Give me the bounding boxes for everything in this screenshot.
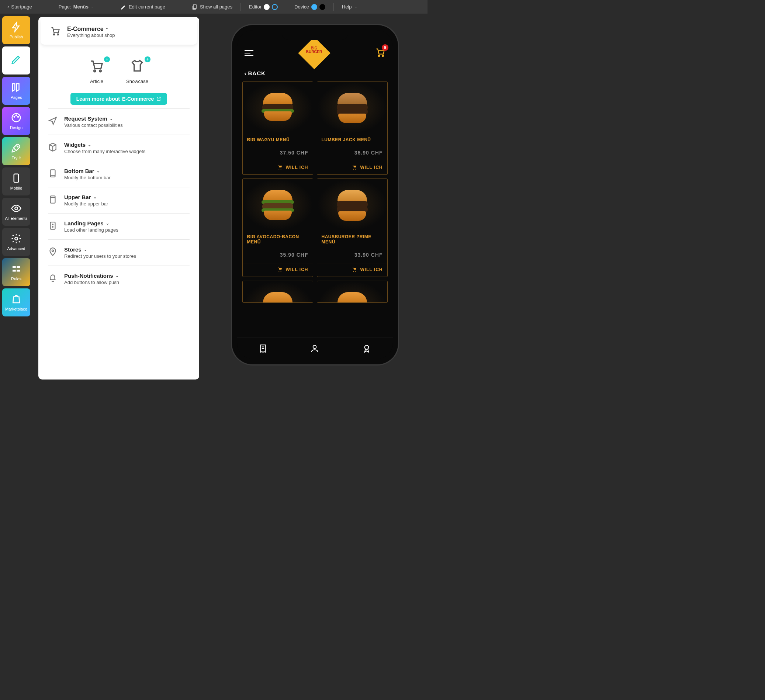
- section-upper-bar[interactable]: Upper Bar ⌄Modify the upper bar: [48, 187, 190, 213]
- rail-pages-label: Pages: [10, 95, 22, 99]
- help-dropdown[interactable]: Help ⌄: [339, 3, 360, 11]
- section-sub: Redirect your users to your stores: [64, 253, 136, 259]
- startpage-link[interactable]: ‹ Startpage: [5, 3, 35, 11]
- rail-publish[interactable]: Publish: [2, 16, 30, 44]
- menu-card[interactable]: [317, 281, 388, 303]
- user-icon[interactable]: [310, 344, 320, 353]
- section-title: Push-Notifications: [64, 272, 113, 279]
- show-all-pages-button[interactable]: Show all pages: [189, 3, 235, 11]
- section-landing-pages[interactable]: Landing Pages ⌄Load other landing pages: [48, 213, 190, 239]
- menu-price: 35.90 CHF: [243, 246, 313, 261]
- chevron-left-icon: ‹: [7, 4, 9, 9]
- add-to-cart-button[interactable]: WILL ICH: [243, 263, 313, 272]
- siderail: Publish Pages Design Try It Mobile All E…: [0, 14, 33, 382]
- rail-tryit-label: Try It: [12, 156, 21, 160]
- editor-mode-light-icon: [264, 4, 270, 10]
- menu-card[interactable]: HAUSBURGER PRIME MENÜ 33.90 CHF WILL ICH: [317, 178, 388, 277]
- page-dropdown[interactable]: Page: Menüs ⌄: [56, 3, 97, 11]
- svg-rect-12: [17, 270, 20, 272]
- help-label: Help: [342, 4, 352, 9]
- rail-marketplace[interactable]: Marketplace: [2, 288, 30, 316]
- pencil-icon: [121, 4, 126, 10]
- add-to-cart-button[interactable]: WILL ICH: [317, 161, 387, 170]
- section-title: Request System: [64, 115, 107, 122]
- plus-icon: +: [104, 57, 110, 62]
- hamburger-icon[interactable]: [244, 50, 253, 56]
- section-sub: Choose from many interactive widgets: [64, 149, 145, 154]
- chevron-left-icon: ‹: [244, 70, 247, 76]
- rail-advanced-label: Advanced: [7, 246, 25, 251]
- menu-card[interactable]: [242, 281, 313, 303]
- gear-icon: [11, 233, 22, 244]
- section-widgets[interactable]: Widgets ⌄Choose from many interactive wi…: [48, 135, 190, 161]
- svg-rect-10: [17, 266, 20, 268]
- menu-card[interactable]: BIG AVOCADO-BACON MENÜ 35.90 CHF WILL IC…: [242, 178, 313, 277]
- rail-mobile[interactable]: Mobile: [2, 167, 30, 195]
- menu-card[interactable]: LUMBER JACK MENÜ 36.90 CHF WILL ICH: [317, 82, 388, 175]
- learn-more-button[interactable]: Learn more about E-Commerce: [71, 93, 167, 105]
- rail-rules[interactable]: Rules: [2, 258, 30, 286]
- paper-plane-icon: [48, 116, 58, 126]
- award-icon[interactable]: [362, 344, 371, 353]
- learn-prefix: Learn more about: [76, 96, 120, 102]
- device-label: Device: [294, 4, 309, 9]
- section-title: Widgets: [64, 142, 86, 148]
- svg-point-5: [17, 146, 19, 147]
- menu-image: [317, 82, 387, 134]
- menu-image: [243, 179, 313, 231]
- rail-design[interactable]: Design: [2, 107, 30, 135]
- chevron-down-icon: ⌄: [354, 5, 357, 9]
- tile-showcase[interactable]: + Showcase: [126, 59, 148, 84]
- section-sub: Various contact possibilities: [64, 123, 123, 128]
- section-title: Landing Pages: [64, 220, 104, 227]
- section-request-system[interactable]: Request System ⌄Various contact possibil…: [48, 109, 190, 135]
- tile-article[interactable]: + Article: [89, 59, 104, 84]
- cart-badge: 9: [382, 44, 389, 51]
- cube-icon: [48, 142, 58, 152]
- section-push-notifications[interactable]: Push-Notifications ⌄Add buttons to allow…: [48, 266, 190, 292]
- editor-toggle[interactable]: Editor: [246, 3, 281, 11]
- svg-rect-21: [50, 222, 55, 230]
- rail-all-elements[interactable]: All Elements: [2, 198, 30, 226]
- rail-edit[interactable]: [2, 46, 30, 74]
- plus-icon: +: [145, 57, 151, 62]
- receipt-icon[interactable]: [258, 344, 268, 353]
- add-to-cart-button[interactable]: WILL ICH: [243, 161, 313, 170]
- section-stores[interactable]: Stores ⌄Redirect your users to your stor…: [48, 239, 190, 266]
- app-logo: BIGBURGER: [303, 43, 326, 63]
- device-light-icon: [311, 4, 317, 10]
- phone-notch: [282, 30, 348, 40]
- edit-page-button[interactable]: Edit current page: [118, 3, 168, 11]
- section-sub: Add buttons to allow push: [64, 280, 119, 285]
- rail-advanced[interactable]: Advanced: [2, 228, 30, 256]
- add-to-cart-button[interactable]: WILL ICH: [317, 263, 387, 272]
- panel-header-ecommerce[interactable]: E-Commerce ⌃ Everything about shop: [41, 19, 197, 45]
- startpage-label: Startpage: [11, 4, 32, 9]
- phone-frame: BIGBURGER 9 ‹ BACK BIG WAGYU MENÜ 37.5: [232, 25, 398, 364]
- svg-rect-0: [193, 5, 196, 8]
- topbar: ‹ Startpage Page: Menüs ⌄ Edit current p…: [0, 0, 428, 14]
- tile-article-label: Article: [90, 79, 103, 84]
- menu-name: BIG AVOCADO-BACON MENÜ: [243, 231, 313, 246]
- learn-bold: E-Commerce: [122, 96, 154, 102]
- menu-name: LUMBER JACK MENÜ: [317, 134, 387, 144]
- cart-icon: [352, 165, 357, 170]
- rail-tryit[interactable]: Try It: [2, 137, 30, 165]
- svg-point-4: [18, 116, 19, 117]
- external-link-icon: [156, 96, 161, 101]
- rail-mobile-label: Mobile: [10, 186, 22, 190]
- upper-bar-icon: [48, 195, 58, 204]
- show-all-pages-label: Show all pages: [200, 4, 232, 9]
- cart-button[interactable]: 9: [375, 47, 386, 59]
- svg-point-7: [15, 207, 18, 210]
- location-icon: [48, 247, 58, 257]
- palette-icon: [11, 112, 22, 123]
- svg-point-25: [378, 55, 379, 57]
- section-bottom-bar[interactable]: Bottom Bar ⌄Modify the bottom bar: [48, 161, 190, 187]
- back-button[interactable]: ‹ BACK: [237, 68, 393, 82]
- menu-card[interactable]: BIG WAGYU MENÜ 37.50 CHF WILL ICH: [242, 82, 313, 175]
- device-toggle[interactable]: Device: [291, 3, 328, 11]
- chevron-down-icon: ⌄: [93, 195, 97, 200]
- rail-pages[interactable]: Pages: [2, 77, 30, 105]
- pages-icon: [11, 82, 22, 93]
